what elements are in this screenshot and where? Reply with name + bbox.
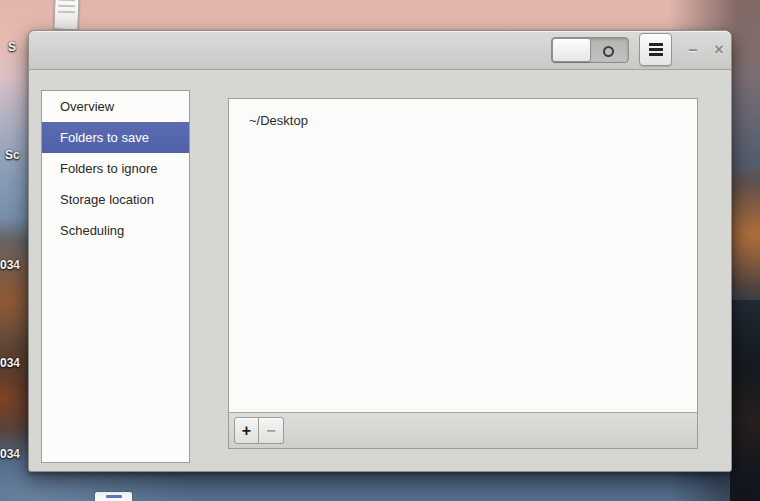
desktop-file-icon[interactable] bbox=[53, 0, 79, 30]
sidebar-item-folders-to-ignore[interactable]: Folders to ignore bbox=[42, 153, 189, 184]
desktop-file-icon[interactable] bbox=[95, 492, 132, 501]
close-button[interactable]: × bbox=[707, 31, 731, 69]
minimize-button[interactable]: – bbox=[681, 31, 705, 69]
hamburger-icon bbox=[649, 43, 663, 56]
add-folder-button[interactable]: + bbox=[234, 417, 259, 444]
desktop: S Sc 034 034 034 · ·· ····· · ···· – × O… bbox=[0, 0, 760, 501]
switch-off-icon bbox=[603, 46, 614, 57]
menu-button[interactable] bbox=[639, 33, 672, 66]
folder-list[interactable]: ~/Desktop bbox=[229, 99, 697, 412]
desktop-icon-label[interactable]: 034 bbox=[0, 447, 20, 461]
desktop-icon-label[interactable]: S bbox=[8, 40, 16, 54]
backup-on-off-switch[interactable] bbox=[551, 37, 629, 63]
sidebar-item-scheduling[interactable]: Scheduling bbox=[42, 215, 189, 246]
backup-preferences-window: – × Overview Folders to save Folders to … bbox=[28, 30, 732, 472]
sidebar-item-folders-to-save[interactable]: Folders to save bbox=[42, 122, 189, 153]
remove-folder-button[interactable]: − bbox=[259, 417, 284, 444]
sidebar-item-overview[interactable]: Overview bbox=[42, 91, 189, 122]
folders-to-save-panel: ~/Desktop + − bbox=[228, 98, 698, 449]
folder-list-item[interactable]: ~/Desktop bbox=[229, 99, 697, 134]
titlebar[interactable]: – × bbox=[29, 31, 731, 70]
list-toolbar: + − bbox=[229, 412, 697, 448]
wallpaper-shadow-area bbox=[730, 300, 760, 501]
desktop-icon-label[interactable]: Sc bbox=[5, 148, 20, 162]
desktop-icon-label[interactable]: 034 bbox=[0, 258, 20, 272]
desktop-icon-label[interactable]: 034 bbox=[0, 356, 20, 370]
settings-sidebar: Overview Folders to save Folders to igno… bbox=[41, 90, 190, 463]
switch-handle[interactable] bbox=[552, 38, 591, 62]
sidebar-item-storage-location[interactable]: Storage location bbox=[42, 184, 189, 215]
